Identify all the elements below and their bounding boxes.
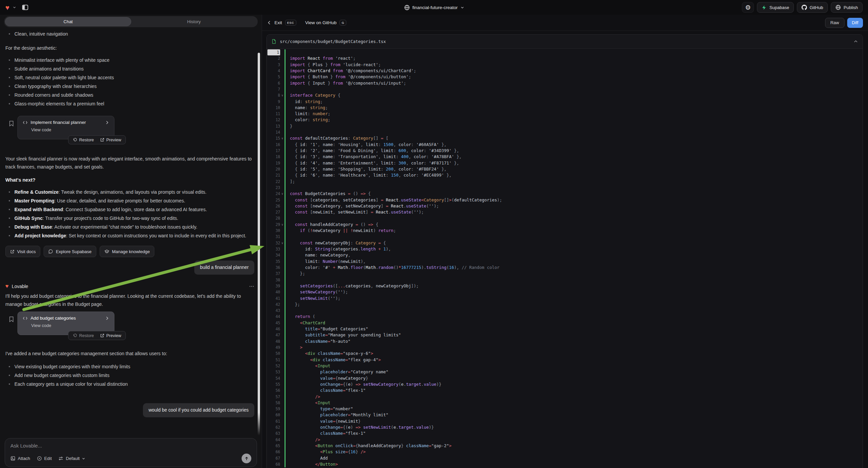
settings-gear-icon[interactable]: ⚙	[742, 2, 754, 13]
line-number-gutter[interactable]: 53	[267, 369, 284, 375]
line-number-gutter[interactable]: 11	[267, 111, 284, 117]
line-number-gutter[interactable]: 20	[267, 166, 284, 172]
chip-visit-docs[interactable]: Visit docs	[5, 246, 40, 257]
fold-chevron-icon[interactable]: ∨	[280, 240, 284, 246]
line-number-gutter[interactable]: 45	[267, 320, 284, 326]
restore-button[interactable]: Restore	[70, 136, 97, 144]
view-code-link[interactable]: View code	[31, 323, 109, 328]
line-number-gutter[interactable]: 4	[267, 68, 284, 74]
line-number-gutter[interactable]: 63	[267, 430, 284, 436]
line-number-gutter[interactable]: 24∨	[267, 191, 284, 197]
line-number-gutter[interactable]: 41	[267, 295, 284, 301]
line-number-gutter[interactable]: 37	[267, 271, 284, 276]
fold-chevron-icon[interactable]: ∨	[280, 191, 284, 197]
lovable-logo-icon[interactable]: ♥	[5, 4, 9, 11]
line-number-gutter[interactable]: 2	[267, 55, 284, 61]
chevron-right-icon[interactable]	[105, 120, 109, 124]
line-number-gutter[interactable]: 17	[267, 148, 284, 154]
line-number-gutter[interactable]: 26	[267, 203, 284, 209]
line-number-gutter[interactable]: 22	[267, 179, 284, 185]
line-number-gutter[interactable]: 48	[267, 339, 284, 345]
line-number-gutter[interactable]: 64	[267, 437, 284, 443]
line-number-gutter[interactable]: 58	[267, 400, 284, 406]
line-number-gutter[interactable]: 21	[267, 172, 284, 178]
github-button[interactable]: GitHub	[797, 2, 828, 13]
line-number-gutter[interactable]: 46	[267, 326, 284, 332]
line-number-gutter[interactable]: 47	[267, 332, 284, 338]
chip-manage-knowledge[interactable]: Manage knowledge	[100, 246, 155, 257]
line-number-gutter[interactable]: 10	[267, 105, 284, 111]
line-number-gutter[interactable]: 32∨	[267, 240, 284, 246]
line-number-gutter[interactable]: 54	[267, 375, 284, 381]
fold-chevron-icon[interactable]: ∨	[280, 92, 284, 98]
bookmark-icon[interactable]	[8, 316, 14, 322]
diff-button[interactable]: Diff	[847, 18, 863, 28]
line-number-gutter[interactable]: 51	[267, 357, 284, 363]
line-number-gutter[interactable]: 57	[267, 394, 284, 400]
send-button[interactable]	[242, 454, 251, 463]
line-number-gutter[interactable]: 68	[267, 461, 284, 467]
line-number-gutter[interactable]: 38	[267, 277, 284, 283]
chat-scrollbar[interactable]	[258, 53, 260, 435]
line-number-gutter[interactable]: 19	[267, 160, 284, 166]
line-number-gutter[interactable]: 62	[267, 425, 284, 430]
line-number-gutter[interactable]: 39	[267, 283, 284, 289]
line-number-gutter[interactable]: 65	[267, 443, 284, 449]
line-number-gutter[interactable]: 23	[267, 185, 284, 191]
line-number-gutter[interactable]: 7	[267, 86, 284, 92]
line-number-gutter[interactable]: 49	[267, 345, 284, 351]
line-number-gutter[interactable]: 36	[267, 265, 284, 271]
logo-chevron-down-icon[interactable]	[13, 6, 16, 9]
chevron-right-icon[interactable]	[105, 316, 109, 320]
preview-button[interactable]: Preview	[97, 331, 124, 340]
line-number-gutter[interactable]: 56	[267, 387, 284, 393]
line-number-gutter[interactable]: 6	[267, 80, 284, 86]
file-header[interactable]: src/components/budget/BudgetCategories.t…	[267, 35, 863, 49]
line-number-gutter[interactable]: 14	[267, 129, 284, 135]
line-number-gutter[interactable]: 25	[267, 197, 284, 203]
supabase-button[interactable]: Supabase	[757, 2, 794, 13]
fold-chevron-icon[interactable]: ∨	[280, 135, 284, 141]
tab-chat[interactable]: Chat	[5, 17, 131, 26]
line-number-gutter[interactable]: 60	[267, 412, 284, 418]
collapse-chevron-up-icon[interactable]	[854, 39, 858, 43]
line-number-gutter[interactable]: 8∨	[267, 92, 284, 98]
line-number-gutter[interactable]: 66	[267, 449, 284, 455]
fold-chevron-icon[interactable]: ∨	[280, 222, 284, 228]
line-number-gutter[interactable]: 61	[267, 418, 284, 425]
bookmark-icon[interactable]	[8, 120, 14, 126]
line-number-gutter[interactable]: 52	[267, 363, 284, 369]
code-editor[interactable]: 12import React from 'react';3import { Pl…	[267, 49, 863, 468]
exit-button[interactable]: Exit	[275, 20, 282, 25]
view-on-github-button[interactable]: View on GitHub	[305, 20, 337, 25]
line-number-gutter[interactable]: 33	[267, 246, 284, 252]
line-number-gutter[interactable]: 67	[267, 455, 284, 461]
message-menu-icon[interactable]	[249, 284, 254, 289]
line-number-gutter[interactable]: 3	[267, 62, 284, 68]
chip-explore-supabase[interactable]: Explore Supabase	[43, 246, 96, 257]
mode-selector[interactable]: Default	[58, 456, 85, 461]
line-number-gutter[interactable]: 35	[267, 259, 284, 265]
line-number-gutter[interactable]: 43	[267, 308, 284, 314]
line-number-gutter[interactable]: 28	[267, 215, 284, 221]
edit-button[interactable]: Edit	[37, 456, 52, 461]
line-number-gutter[interactable]: 50	[267, 351, 284, 356]
chat-message-list[interactable]: Clean, intuitive navigationFor the desig…	[0, 27, 262, 438]
line-number-gutter[interactable]: 12	[267, 117, 284, 123]
publish-button[interactable]: Publish	[831, 2, 863, 13]
line-number-gutter[interactable]: 40	[267, 289, 284, 295]
line-number-gutter[interactable]: 18	[267, 154, 284, 160]
toggle-sidebar-icon[interactable]	[20, 2, 31, 13]
raw-button[interactable]: Raw	[825, 18, 844, 28]
line-number-gutter[interactable]: 5	[267, 74, 284, 80]
line-number-gutter[interactable]: 16	[267, 142, 284, 148]
line-number-gutter[interactable]: 55	[267, 381, 284, 387]
line-number-gutter[interactable]: 34	[267, 252, 284, 258]
project-selector[interactable]: financial-future-creator	[404, 0, 464, 15]
attach-button[interactable]: Attach	[10, 456, 30, 461]
line-number-gutter[interactable]: 27	[267, 209, 284, 215]
tab-history[interactable]: History	[131, 17, 257, 26]
preview-button[interactable]: Preview	[97, 136, 124, 144]
line-number-gutter[interactable]: 30	[267, 228, 284, 234]
line-number-gutter[interactable]: 29∨	[267, 222, 284, 228]
